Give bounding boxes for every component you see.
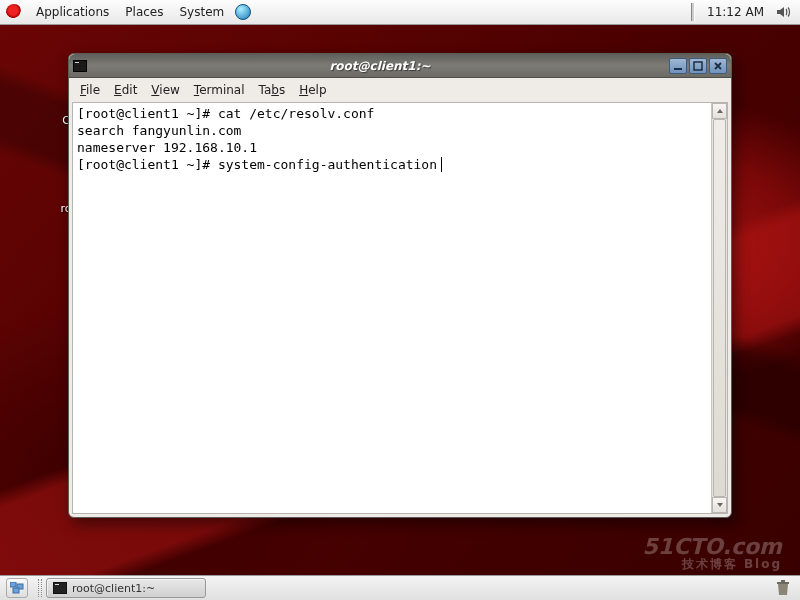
menu-file[interactable]: File [73, 80, 107, 100]
menu-edit[interactable]: Edit [107, 80, 144, 100]
svg-rect-0 [674, 68, 682, 70]
svg-rect-4 [13, 588, 19, 593]
terminal-menubar: File Edit View Terminal Tabs Help [69, 78, 731, 102]
volume-icon[interactable] [774, 3, 792, 21]
svg-rect-6 [781, 580, 785, 582]
terminal-window: root@client1:~ File Edit View Terminal T… [68, 53, 732, 518]
terminal-scrollbar[interactable] [711, 103, 727, 513]
svg-rect-1 [694, 62, 702, 70]
applications-menu[interactable]: Applications [28, 1, 117, 23]
svg-rect-2 [10, 582, 16, 587]
terminal-output[interactable]: [root@client1 ~]# cat /etc/resolv.conf s… [73, 103, 711, 513]
text-cursor [441, 157, 442, 172]
bottom-panel: root@client1:~ [0, 575, 800, 600]
clock[interactable]: 11:12 AM [699, 5, 772, 19]
terminal-icon [73, 60, 87, 72]
taskbar-entry-label: root@client1:~ [72, 582, 155, 595]
menu-help[interactable]: Help [292, 80, 333, 100]
watermark: 51CTO.com 技术博客 Blog [643, 536, 782, 570]
system-menu[interactable]: System [171, 1, 232, 23]
terminal-icon [53, 582, 67, 594]
panel-divider [38, 579, 42, 597]
scroll-up-button[interactable] [712, 103, 727, 119]
maximize-button[interactable] [689, 58, 707, 74]
svg-rect-5 [777, 582, 789, 584]
taskbar-entry-terminal[interactable]: root@client1:~ [46, 578, 206, 598]
scroll-down-button[interactable] [712, 497, 727, 513]
top-panel: Applications Places System 11:12 AM [0, 0, 800, 25]
places-menu[interactable]: Places [117, 1, 171, 23]
menu-view[interactable]: View [144, 80, 186, 100]
window-titlebar[interactable]: root@client1:~ [69, 54, 731, 78]
menu-terminal[interactable]: Terminal [187, 80, 252, 100]
window-title: root@client1:~ [93, 59, 667, 73]
distributor-logo-icon[interactable] [6, 4, 22, 20]
close-button[interactable] [709, 58, 727, 74]
scrollbar-thumb[interactable] [713, 119, 726, 497]
minimize-button[interactable] [669, 58, 687, 74]
network-launcher-icon[interactable] [234, 3, 252, 21]
scrollbar-track[interactable] [712, 119, 727, 497]
trash-icon[interactable] [774, 579, 792, 597]
panel-handle[interactable] [691, 3, 695, 21]
menu-tabs[interactable]: Tabs [252, 80, 293, 100]
show-desktop-button[interactable] [6, 578, 28, 598]
